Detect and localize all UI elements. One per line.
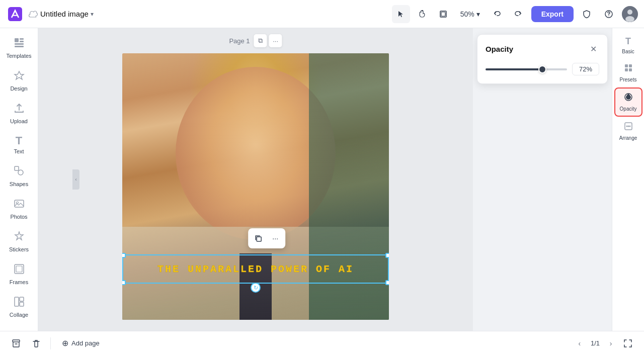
svg-rect-22: [257, 237, 261, 241]
arrange-icon: [624, 122, 633, 133]
next-page-button[interactable]: ›: [604, 336, 618, 350]
redo-button[interactable]: [509, 5, 527, 23]
rotate-handle[interactable]: ↻: [251, 283, 261, 293]
sidebar-item-frames[interactable]: Frames: [2, 258, 36, 290]
topbar-right: Export: [531, 5, 638, 23]
rs-item-opacity[interactable]: Opacity: [614, 87, 642, 117]
opacity-slider[interactable]: [486, 68, 567, 70]
bottom-divider: [50, 337, 51, 349]
add-page-button[interactable]: ⊕ Add page: [57, 335, 105, 351]
svg-rect-2: [441, 12, 445, 16]
title-chevron-icon[interactable]: ▾: [91, 11, 94, 18]
sidebar-item-label-stickers: Stickers: [9, 246, 29, 252]
svg-rect-8: [15, 38, 19, 42]
sidebar-item-label-templates: Templates: [6, 53, 31, 59]
svg-rect-20: [20, 297, 24, 301]
prev-page-button[interactable]: ‹: [573, 336, 587, 350]
sidebar-item-shapes[interactable]: Shapes: [2, 160, 36, 192]
sidebar-item-collage[interactable]: Collage: [2, 291, 36, 323]
text-icon: T: [16, 135, 22, 146]
sidebar-item-label-upload: Upload: [10, 118, 28, 124]
opacity-panel: Opacity ✕ 72%: [477, 34, 608, 84]
help-icon-button[interactable]: [600, 5, 618, 23]
sidebar-item-label-shapes: Shapes: [10, 181, 28, 187]
archive-button[interactable]: [8, 335, 24, 351]
presets-icon: [624, 63, 633, 75]
export-button[interactable]: Export: [531, 6, 574, 22]
sidebar-item-label-design: Design: [10, 85, 27, 92]
left-sidebar: Templates Design Upload T Text: [0, 28, 38, 331]
trash-button[interactable]: [28, 335, 44, 351]
element-more-button[interactable]: ···: [267, 230, 283, 246]
svg-point-29: [627, 126, 629, 127]
svg-rect-21: [20, 302, 24, 306]
app-logo[interactable]: [6, 5, 24, 23]
svg-rect-10: [20, 41, 24, 42]
sidebar-item-templates[interactable]: Templates: [2, 32, 36, 64]
svg-rect-11: [15, 43, 24, 45]
sidebar-item-text[interactable]: T Text: [2, 130, 36, 159]
right-sidebar: T Basic Presets Opacity: [612, 28, 644, 331]
svg-rect-23: [625, 64, 628, 67]
svg-point-30: [629, 126, 630, 127]
hand-tool-button[interactable]: [413, 5, 431, 23]
rs-item-presets[interactable]: Presets: [614, 59, 642, 86]
opacity-value: 72%: [572, 63, 599, 75]
opacity-panel-header: Opacity ✕: [486, 43, 599, 55]
svg-rect-14: [15, 166, 19, 170]
basic-icon: T: [625, 36, 631, 47]
sidebar-item-label-text: Text: [14, 148, 24, 154]
frame-tool-button[interactable]: [434, 5, 452, 23]
page-more-button[interactable]: ···: [269, 34, 282, 47]
page-count: 1/1: [589, 339, 602, 347]
undo-button[interactable]: [488, 5, 506, 23]
handle-tr[interactable]: [385, 253, 389, 258]
element-floating-toolbar: ···: [248, 228, 285, 248]
document-title[interactable]: Untitled image: [40, 10, 89, 18]
svg-point-7: [625, 16, 634, 22]
right-area: Opacity ✕ 72%: [473, 28, 612, 331]
zoom-button[interactable]: 50% ▾: [455, 7, 485, 21]
rs-label-arrange: Arrange: [619, 135, 637, 141]
element-duplicate-button[interactable]: [250, 230, 266, 246]
select-tool-button[interactable]: [392, 5, 410, 23]
sidebar-item-label-frames: Frames: [10, 279, 28, 285]
handle-bl[interactable]: [122, 280, 126, 285]
page-label: Page 1 ⧉ ···: [229, 34, 282, 47]
svg-point-6: [627, 10, 632, 15]
page-copy-button[interactable]: ⧉: [254, 34, 267, 47]
opacity-slider-row: 72%: [486, 63, 599, 75]
sidebar-item-label-collage: Collage: [10, 312, 28, 318]
page-label-text: Page 1: [229, 37, 250, 45]
svg-point-16: [16, 202, 18, 204]
sidebar-item-photos[interactable]: Photos: [2, 193, 36, 225]
user-avatar[interactable]: [622, 6, 638, 22]
opacity-panel-close-button[interactable]: ✕: [587, 43, 599, 55]
shapes-icon: [14, 165, 25, 179]
design-icon: [14, 70, 25, 83]
sidebar-item-upload[interactable]: Upload: [2, 98, 36, 129]
stickers-icon: [14, 231, 25, 244]
collage-icon: [14, 296, 25, 310]
fullscreen-button[interactable]: [620, 335, 636, 351]
rs-item-arrange[interactable]: Arrange: [614, 118, 642, 145]
cloud-icon: [28, 9, 38, 19]
title-area: Untitled image ▾: [28, 9, 388, 19]
sidebar-collapse-toggle[interactable]: ‹: [72, 169, 79, 190]
sidebar-item-stickers[interactable]: Stickers: [2, 226, 36, 257]
add-page-icon: ⊕: [62, 338, 68, 348]
shield-icon-button[interactable]: [578, 5, 596, 23]
text-element[interactable]: THE UNPARALLED POWER OF AI: [122, 254, 389, 284]
canvas-content[interactable]: THE UNPARALLED POWER OF AI ··· ↻: [122, 53, 389, 320]
svg-rect-31: [13, 340, 20, 342]
sidebar-item-design[interactable]: Design: [2, 65, 36, 97]
rs-item-basic[interactable]: T Basic: [614, 32, 642, 58]
handle-br[interactable]: [385, 280, 389, 285]
photos-icon: [14, 198, 25, 212]
handle-tl[interactable]: [122, 253, 126, 258]
bottom-bar-right: ‹ 1/1 ›: [573, 335, 636, 351]
svg-rect-18: [16, 266, 22, 272]
page-actions: ⧉ ···: [254, 34, 282, 47]
zoom-value: 50%: [460, 10, 474, 18]
bottom-bar: ⊕ Add page ‹ 1/1 ›: [0, 331, 644, 355]
